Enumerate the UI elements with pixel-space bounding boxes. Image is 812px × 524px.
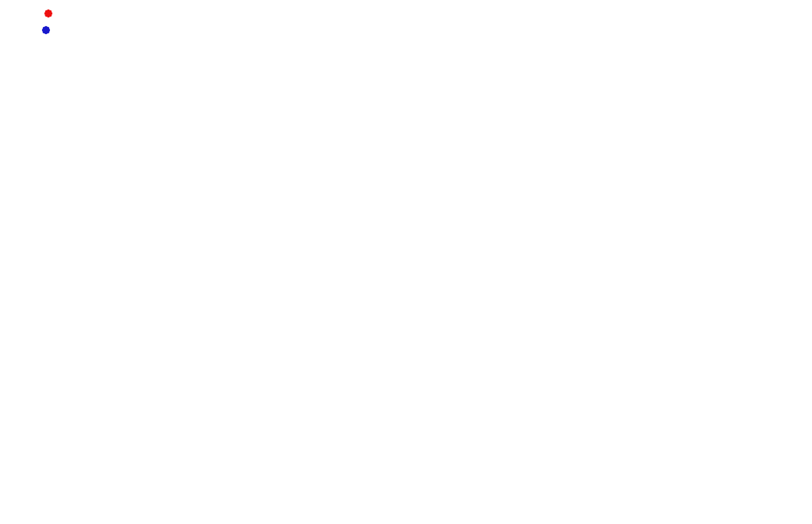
map-canvas[interactable] bbox=[0, 0, 812, 524]
map-viewport bbox=[0, 0, 812, 524]
legend-bones-marker-icon bbox=[42, 26, 50, 34]
legend bbox=[42, 10, 52, 34]
legend-objects-marker-icon bbox=[44, 10, 52, 17]
